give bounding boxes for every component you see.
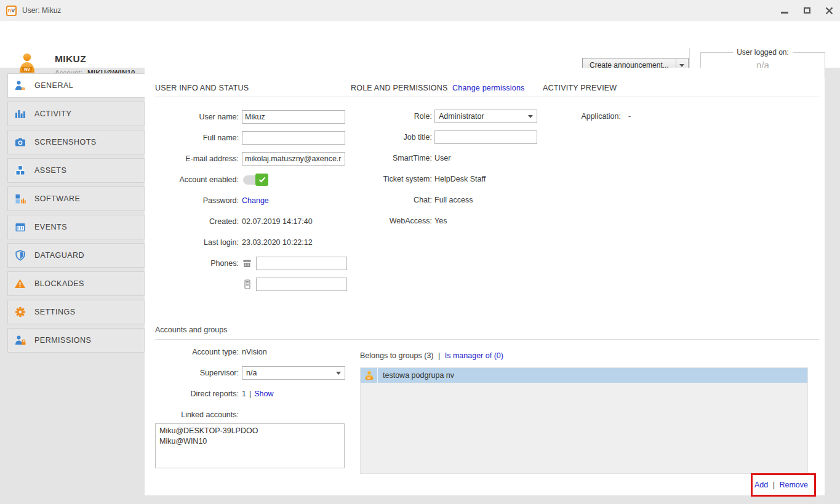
group-list-item-selected[interactable]: NV testowa podgrupa nv <box>361 368 807 383</box>
window-title: User: Mikuz <box>22 6 61 15</box>
sidebar-item-events[interactable]: EVENTS <box>7 215 145 239</box>
account-enabled-toggle[interactable] <box>243 175 266 185</box>
application-label: Application: <box>575 112 623 121</box>
mobile-phone-icon <box>242 279 252 289</box>
account-enabled-label: Account enabled: <box>155 175 242 184</box>
user-lock-icon <box>14 335 26 346</box>
sidebar-item-dataguard[interactable]: DATAGUARD <box>7 243 145 268</box>
supervisor-dropdown-value: n/a <box>246 369 257 377</box>
direct-reports-row: Direct reports: 1 | Show <box>155 383 345 404</box>
user-header: NV MIKUZ Account: MIKU@WIN10 Role: ADMIN… <box>0 21 840 68</box>
webaccess-row: WebAccess: Yes <box>369 210 537 231</box>
group-actions: Add | Remove <box>754 481 808 489</box>
password-row: Password: Change <box>155 190 347 211</box>
group-user-icon: NV <box>361 368 378 383</box>
accounts-groups-title: Accounts and groups <box>155 326 227 334</box>
full-name-input[interactable] <box>242 131 345 145</box>
email-input[interactable] <box>242 152 345 166</box>
change-password-link[interactable]: Change <box>242 196 269 205</box>
sidebar-item-permissions[interactable]: PERMISSIONS <box>7 328 145 353</box>
sidebar-item-general[interactable]: GENERAL <box>7 73 145 98</box>
sidebar-item-blockades[interactable]: BLOCKADES <box>7 271 145 296</box>
accounts-groups-form: Account type: nVision Supervisor: n/a Di… <box>155 342 345 425</box>
account-type-label: Account type: <box>155 348 242 356</box>
section-title-activity-preview: ACTIVITY PREVIEW <box>543 84 617 92</box>
activity-preview-form: Application: - <box>575 106 631 127</box>
shield-icon <box>14 250 26 261</box>
add-group-link[interactable]: Add <box>754 481 768 489</box>
separator: | <box>438 351 440 360</box>
chevron-down-icon <box>336 372 341 375</box>
webaccess-value: Yes <box>434 217 447 225</box>
last-login-value: 23.03.2020 10:22:12 <box>242 238 313 247</box>
calendar-icon <box>14 222 26 233</box>
role-dropdown[interactable]: Administrator <box>434 110 537 123</box>
sidebar-item-label: ACTIVITY <box>34 110 71 118</box>
separator: | <box>249 390 251 398</box>
minimize-button[interactable] <box>780 6 790 15</box>
user-name-row: User name: <box>155 106 347 127</box>
user-name-input[interactable] <box>242 110 345 124</box>
direct-reports-label: Direct reports: <box>155 390 242 398</box>
chat-label: Chat: <box>369 196 434 204</box>
created-row: Created: 02.07.2019 14:17:40 <box>155 211 347 232</box>
groups-list[interactable]: NV testowa podgrupa nv <box>360 367 808 474</box>
webaccess-label: WebAccess: <box>369 217 434 225</box>
last-login-row: Last login: 23.03.2020 10:22:12 <box>155 232 347 253</box>
sidebar-item-label: SCREENSHOTS <box>34 138 97 146</box>
mobile-phone-row <box>155 274 347 295</box>
close-icon <box>825 7 833 15</box>
is-manager-of-link[interactable]: Is manager of (0) <box>445 351 503 360</box>
camera-icon <box>14 137 26 148</box>
sidebar-item-screenshots[interactable]: SCREENSHOTS <box>7 130 145 154</box>
role-dropdown-value: Administrator <box>439 112 484 121</box>
show-direct-reports-link[interactable]: Show <box>254 390 273 398</box>
linked-accounts-row: Linked accounts: <box>155 404 345 425</box>
group-name: testowa podgrupa nv <box>378 371 454 380</box>
ticket-system-value: HelpDesk Staff <box>434 175 486 183</box>
software-icon <box>14 193 26 204</box>
direct-reports-value: 1 <box>242 390 246 398</box>
sidebar-item-activity[interactable]: ACTIVITY <box>7 102 145 126</box>
sidebar-item-label: GENERAL <box>34 81 73 90</box>
ticket-system-row: Ticket system: HelpDesk Staff <box>369 169 537 190</box>
sidebar-item-label: ASSETS <box>34 166 66 175</box>
sidebar-item-label: BLOCKADES <box>34 279 84 288</box>
change-permissions-link[interactable]: Change permissions <box>452 84 525 92</box>
email-label: E-mail address: <box>155 154 242 163</box>
supervisor-dropdown[interactable]: n/a <box>242 366 345 380</box>
chevron-down-icon <box>528 115 533 118</box>
nvision-logo-icon: nV <box>6 6 17 16</box>
chat-value: Full access <box>434 196 473 204</box>
password-label: Password: <box>155 196 242 205</box>
app-window: nV User: Mikuz NV MIKUZ Account: MIKU@WI… <box>0 0 840 504</box>
full-name-label: Full name: <box>155 134 242 142</box>
application-value: - <box>628 112 631 121</box>
sidebar-item-label: SOFTWARE <box>34 194 80 203</box>
linked-account-item[interactable]: Miku@DESKTOP-39LPDOO <box>159 426 340 436</box>
bar-chart-icon <box>14 108 26 119</box>
linked-account-item[interactable]: Miku@WIN10 <box>159 436 340 447</box>
remove-group-link[interactable]: Remove <box>779 481 808 489</box>
section-title-user-info: USER INFO AND STATUS <box>155 84 249 92</box>
mobile-phone-input[interactable] <box>256 278 347 291</box>
belongs-to-groups-label: Belongs to groups (3) <box>360 351 434 360</box>
linked-accounts-list[interactable]: Miku@DESKTOP-39LPDOO Miku@WIN10 <box>155 423 345 468</box>
maximize-button[interactable] <box>802 6 812 15</box>
job-title-input[interactable] <box>434 130 537 144</box>
user-avatar: NV <box>19 53 35 75</box>
svg-text:NV: NV <box>24 67 30 71</box>
supervisor-label: Supervisor: <box>155 369 242 377</box>
sidebar-item-settings[interactable]: SETTINGS <box>7 300 145 324</box>
chat-row: Chat: Full access <box>369 190 537 210</box>
sidebar-item-software[interactable]: SOFTWARE <box>7 186 145 211</box>
close-button[interactable] <box>824 6 834 15</box>
sidebar-item-assets[interactable]: ASSETS <box>7 158 145 183</box>
job-title-row: Job title: <box>369 127 537 148</box>
phone-input[interactable] <box>256 257 347 270</box>
email-row: E-mail address: <box>155 148 347 169</box>
account-type-row: Account type: nVision <box>155 342 345 362</box>
account-enabled-row: Account enabled: <box>155 169 347 190</box>
chevron-down-icon <box>679 64 684 67</box>
ticket-system-label: Ticket system: <box>369 175 434 183</box>
